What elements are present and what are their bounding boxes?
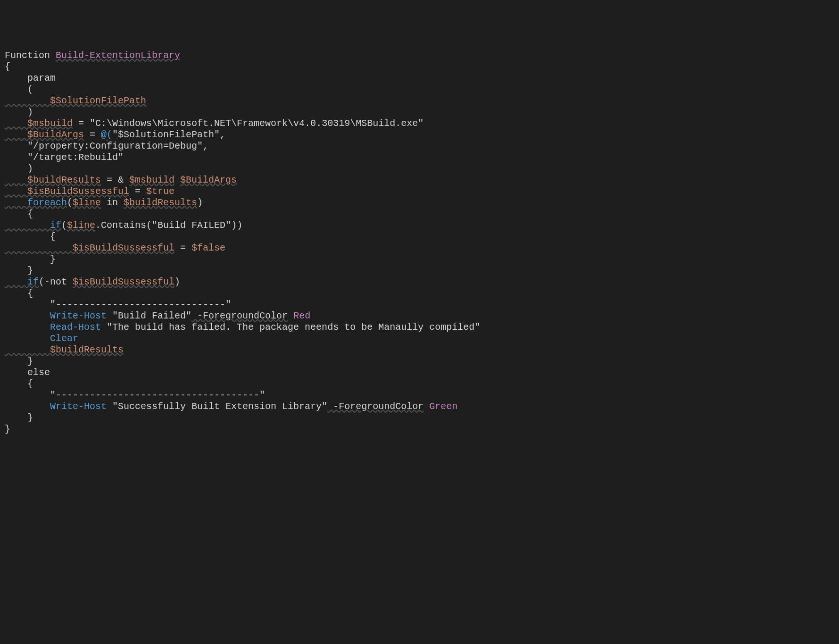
variable: $BuildArgs [180, 175, 237, 185]
operator: = [174, 243, 191, 253]
variable: $SolutionFilePath [5, 95, 146, 106]
paren: )) [231, 220, 242, 231]
variable: $BuildArgs [5, 129, 84, 140]
variable: $buildResults [5, 344, 124, 355]
code-line: "------------------------------------" [5, 390, 834, 401]
paren-not: (-not [39, 276, 73, 287]
code-line: $buildResults [5, 344, 834, 356]
code-line: ) [5, 107, 834, 118]
method-call: .Contains( [95, 220, 152, 231]
code-line: ( [5, 84, 834, 95]
variable: $isBuildSussessful [5, 186, 129, 197]
code-line: Write-Host "Successfully Built Extension… [5, 401, 834, 412]
param-foregroundcolor: -ForegroundColor [327, 401, 424, 412]
code-line: { [5, 61, 834, 73]
comma: , [220, 129, 225, 140]
code-line: $SolutionFilePath [5, 95, 834, 107]
code-line: { [5, 209, 834, 220]
code-line: $buildResults = & $msbuild $BuildArgs [5, 175, 834, 186]
variable: $isBuildSussessful [5, 243, 174, 253]
operator: = & [101, 175, 129, 185]
string-literal: "$SolutionFilePath" [112, 129, 220, 140]
color-red: Red [288, 310, 310, 321]
code-line: Read-Host "The build has failed. The pac… [5, 322, 834, 333]
variable: $buildResults [5, 175, 101, 185]
code-line: Clear [5, 333, 834, 344]
cmdlet-clear: Clear [5, 333, 78, 344]
string-literal: "C:\Windows\Microsoft.NET\Framework\v4.0… [90, 118, 424, 129]
variable: $line [67, 220, 95, 231]
paren: ) [174, 276, 180, 287]
array-operator: @( [101, 129, 112, 140]
paren: ( [61, 220, 67, 231]
code-line: foreach($line in $buildResults) [5, 197, 834, 209]
code-line: } [5, 265, 834, 276]
code-line: "------------------------------" [5, 299, 834, 310]
keyword-foreach: foreach [5, 197, 67, 208]
paren: ( [67, 197, 73, 208]
code-line: } [5, 424, 834, 435]
keyword-function: Function [5, 50, 50, 61]
variable: $msbuild [129, 175, 174, 185]
cmdlet-write-host: Write-Host [5, 310, 107, 321]
variable: $line [73, 197, 101, 208]
code-line: { [5, 288, 834, 299]
space [174, 175, 180, 185]
cmdlet-read-host: Read-Host [5, 322, 101, 333]
code-line: "/target:Rebuild" [5, 152, 834, 163]
code-editor[interactable]: Function Build-ExtentionLibrary{ param (… [5, 50, 834, 435]
comma: , [203, 141, 208, 151]
boolean-false: $false [191, 243, 225, 253]
paren: ) [197, 197, 203, 208]
variable: $isBuildSussessful [73, 276, 174, 287]
variable: $msbuild [5, 118, 73, 129]
code-line: "/property:Configuration=Debug", [5, 141, 834, 152]
code-line: param [5, 73, 834, 84]
code-line: $BuildArgs = @("$SolutionFilePath", [5, 129, 834, 141]
boolean-true: $true [146, 186, 174, 197]
variable: $buildResults [124, 197, 197, 208]
keyword-if: if [5, 220, 61, 231]
code-line: } [5, 356, 834, 367]
string-literal: "------------------------------" [5, 299, 231, 310]
code-line: { [5, 231, 834, 243]
code-line: $isBuildSussessful = $true [5, 186, 834, 197]
string-literal: "Build Failed" [107, 310, 191, 321]
code-line: ) [5, 163, 834, 175]
code-line: $isBuildSussessful = $false [5, 243, 834, 254]
keyword-if: if [5, 276, 39, 287]
keyword-param: param [5, 73, 56, 84]
string-literal: "------------------------------------" [5, 390, 265, 401]
function-name: Build-ExtentionLibrary [56, 50, 180, 61]
code-line: } [5, 412, 834, 424]
string-literal: "Successfully Built Extension Library" [107, 401, 327, 412]
code-line: Write-Host "Build Failed" -ForegroundCol… [5, 310, 834, 322]
code-line: $msbuild = "C:\Windows\Microsoft.NET\Fra… [5, 118, 834, 129]
color-green: Green [424, 401, 457, 412]
code-line: if(-not $isBuildSussessful) [5, 276, 834, 288]
code-line: { [5, 378, 834, 390]
code-line: if($line.Contains("Build FAILED")) [5, 220, 834, 231]
operator: = [129, 186, 146, 197]
code-line: else [5, 367, 834, 378]
string-literal: "The build has failed. The package neend… [101, 322, 480, 333]
operator: = [73, 118, 90, 129]
keyword-in: in [101, 197, 124, 208]
string-literal: "Build FAILED" [152, 220, 231, 231]
string-literal: "/property:Configuration=Debug" [5, 141, 203, 151]
cmdlet-write-host: Write-Host [5, 401, 107, 412]
string-literal: "/target:Rebuild" [5, 152, 124, 163]
code-line: } [5, 254, 834, 265]
param-foregroundcolor: -ForegroundColor [191, 310, 288, 321]
operator: = [84, 129, 101, 140]
code-line: Function Build-ExtentionLibrary [5, 50, 834, 61]
